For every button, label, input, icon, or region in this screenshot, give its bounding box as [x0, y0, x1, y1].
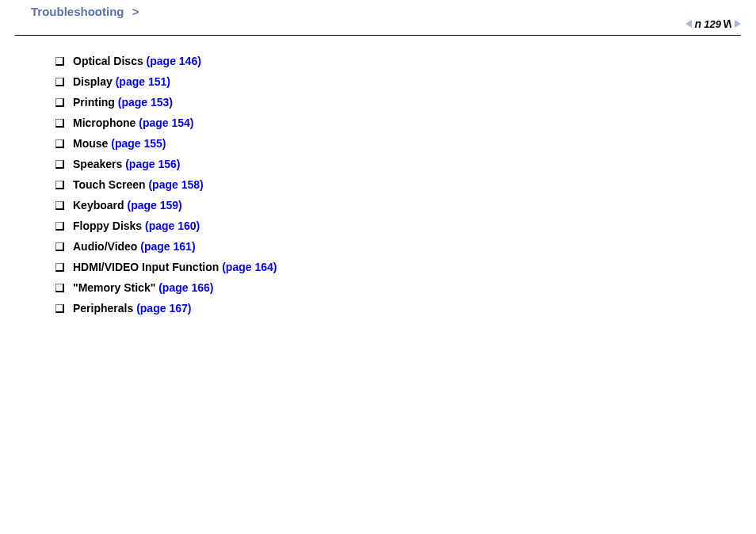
page-link[interactable]: (page 151): [116, 75, 170, 88]
page-link[interactable]: (page 161): [140, 240, 195, 253]
page-link[interactable]: (page 158): [148, 178, 203, 191]
bullet-icon: [55, 98, 63, 106]
list-item: Floppy Disks (page 160): [55, 219, 724, 232]
n-letter: N: [724, 17, 731, 30]
page-link[interactable]: (page 146): [147, 55, 201, 67]
list-item: Audio/Video (page 161): [55, 240, 724, 253]
list-item: Peripherals (page 167): [55, 302, 724, 315]
page-link[interactable]: (page 153): [118, 96, 173, 109]
bullet-icon: [55, 119, 63, 127]
bullet-icon: [55, 78, 63, 86]
item-label: Touch Screen: [73, 178, 148, 191]
item-label: Display: [73, 75, 116, 88]
next-page-icon[interactable]: [735, 20, 741, 28]
list-item: HDMI/VIDEO Input Function (page 164): [55, 261, 724, 273]
page-link[interactable]: (page 166): [158, 281, 213, 294]
item-label: Microphone: [73, 116, 139, 129]
bullet-icon: [55, 160, 63, 168]
list-item: Touch Screen (page 158): [55, 178, 724, 191]
page-number: 129: [704, 18, 721, 30]
list-item: Printing (page 153): [55, 96, 724, 109]
breadcrumb-separator: >: [132, 5, 139, 18]
toc-list: Optical Discs (page 146) Display (page 1…: [55, 55, 724, 315]
page-nav: n 129 N: [685, 17, 741, 30]
list-item: "Memory Stick" (page 166): [55, 281, 724, 294]
bullet-icon: [55, 139, 63, 147]
list-item: Speakers (page 156): [55, 158, 724, 170]
item-label: Floppy Disks: [73, 219, 145, 232]
item-label: Peripherals: [73, 302, 136, 315]
list-item: Mouse (page 155): [55, 137, 724, 150]
bullet-icon: [55, 284, 63, 292]
prev-page-icon[interactable]: [685, 20, 692, 28]
page-link[interactable]: (page 156): [125, 158, 180, 170]
item-label: Keyboard: [73, 199, 127, 212]
page-link[interactable]: (page 154): [139, 116, 193, 129]
item-label: Printing: [73, 96, 118, 109]
item-label: Optical Discs: [73, 55, 147, 67]
bullet-icon: [55, 242, 63, 250]
breadcrumb-section: Troubleshooting: [31, 5, 124, 18]
bullet-icon: [55, 263, 63, 271]
item-label: "Memory Stick": [73, 281, 158, 294]
list-item: Microphone (page 154): [55, 116, 724, 129]
item-label: HDMI/VIDEO Input Function: [73, 261, 222, 273]
list-item: Keyboard (page 159): [55, 199, 724, 212]
page-link[interactable]: (page 164): [222, 261, 277, 273]
page-link[interactable]: (page 160): [145, 219, 200, 232]
n-letter: n: [695, 17, 701, 30]
bullet-icon: [55, 222, 63, 230]
page-link[interactable]: (page 159): [127, 199, 181, 212]
content-area: Optical Discs (page 146) Display (page 1…: [0, 36, 756, 315]
page-link[interactable]: (page 155): [111, 137, 166, 150]
item-label: Speakers: [73, 158, 125, 170]
bullet-icon: [55, 201, 63, 209]
breadcrumb: Troubleshooting >: [31, 5, 139, 18]
list-item: Optical Discs (page 146): [55, 55, 724, 67]
item-label: Audio/Video: [73, 240, 140, 253]
bullet-icon: [55, 181, 63, 189]
list-item: Display (page 151): [55, 75, 724, 88]
bullet-icon: [55, 304, 63, 312]
page-link[interactable]: (page 167): [136, 302, 191, 315]
bullet-icon: [55, 57, 63, 65]
item-label: Mouse: [73, 137, 111, 150]
page-header: Troubleshooting > n 129 N: [15, 0, 741, 36]
